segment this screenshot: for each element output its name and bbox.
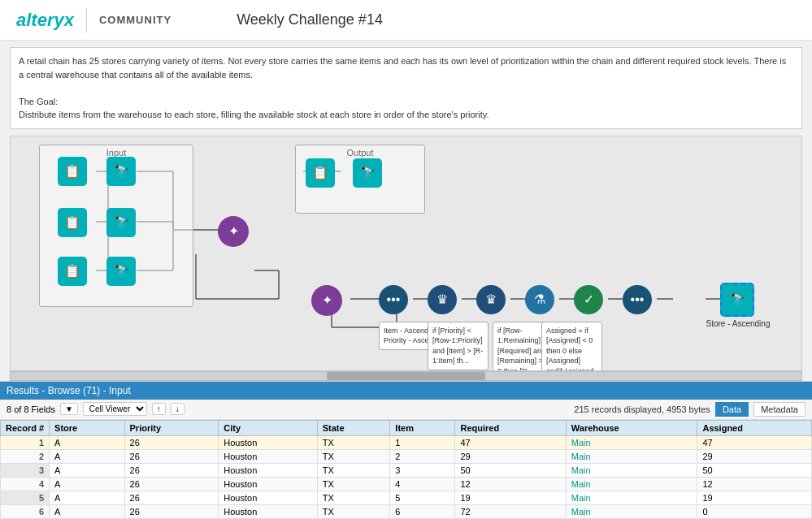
cell-r4-c1: A xyxy=(50,491,124,504)
cell-r4-c5: 5 xyxy=(390,491,455,504)
cell-r0-c3: Houston xyxy=(219,435,317,449)
table-row: 5A26HoustonTX519Main19 xyxy=(1,491,812,504)
browse-tool-1[interactable]: 🔭 xyxy=(106,157,136,186)
col-header-store: Store xyxy=(50,420,124,435)
cell-r1-c2: 26 xyxy=(124,449,219,463)
sort-icon: ••• xyxy=(379,285,408,314)
table-row: 1A26HoustonTX147Main47 xyxy=(1,435,812,449)
cell-r0-c2: 26 xyxy=(124,435,219,449)
scroll-thumb[interactable] xyxy=(327,372,485,380)
header-divider xyxy=(86,8,87,32)
app-header: alteryx COMMUNITY Weekly Challenge #14 xyxy=(0,0,812,41)
cell-r2-c0: 3 xyxy=(1,463,50,477)
challenge-title: Weekly Challenge #14 xyxy=(237,11,383,28)
cell-r5-c6: 72 xyxy=(455,504,566,518)
cell-r0-c5: 1 xyxy=(390,435,455,449)
col-header-assigned: Assigned xyxy=(697,420,812,435)
browse-final[interactable]: 🔭 xyxy=(720,283,754,317)
cell-r2-c3: Houston xyxy=(219,463,317,477)
results-table: Record #StorePriorityCityStateItemRequir… xyxy=(0,420,812,520)
sort-asc-btn[interactable]: ↑ xyxy=(152,403,166,415)
description-line1: A retail chain has 25 stores carrying va… xyxy=(19,54,793,81)
cell-r3-c0: 4 xyxy=(1,477,50,491)
cell-r4-c4: TX xyxy=(317,491,390,504)
cell-r3-c2: 26 xyxy=(124,477,219,491)
tooltip2-text: if [Priority] < [Row-1:Priority] and [It… xyxy=(432,326,484,366)
join-tool-1[interactable]: ✦ xyxy=(218,216,249,247)
dots-tool-2[interactable]: ••• xyxy=(623,285,652,314)
description-line3: Distribute items from the warehouse to e… xyxy=(19,108,793,122)
input-tool-1[interactable]: 📋 xyxy=(58,157,87,186)
crown-tool-1[interactable]: ♛ xyxy=(428,285,457,314)
col-header-record--: Record # xyxy=(1,420,50,435)
cell-r2-c1: A xyxy=(50,463,124,477)
browse-tool-3[interactable]: 🔭 xyxy=(106,257,136,286)
col-header-item: Item xyxy=(390,420,455,435)
results-title: Results - Browse (71) - Input xyxy=(7,385,131,396)
output-browse-icon: 🔭 xyxy=(353,158,382,188)
join-tool-2[interactable]: ✦ xyxy=(311,285,342,316)
tooltip4-text: Assigned = if [Assigned] < 0 then 0 else… xyxy=(546,326,597,371)
fields-dropdown[interactable]: ▼ xyxy=(60,403,78,415)
table-header: Record #StorePriorityCityStateItemRequir… xyxy=(1,420,812,435)
browse-tool-2[interactable]: 🔭 xyxy=(106,208,136,237)
table-row: 3A26HoustonTX350Main50 xyxy=(1,463,812,477)
cell-r1-c0: 2 xyxy=(1,449,50,463)
cell-r3-c7: Main xyxy=(566,477,697,491)
cell-r5-c0: 6 xyxy=(1,504,50,518)
cell-r3-c3: Houston xyxy=(219,477,317,491)
metadata-tab[interactable]: Metadata xyxy=(753,402,805,417)
workflow-canvas[interactable]: Input Output 📋 🔭 📋 🔭 📋 🔭 ✦ 📋 🔭 ✦ ••• xyxy=(10,136,802,371)
input-icon-2: 📋 xyxy=(58,208,87,237)
cell-r5-c7: Main xyxy=(566,504,697,518)
cell-r1-c8: 29 xyxy=(697,449,812,463)
cell-r2-c5: 3 xyxy=(390,463,455,477)
join-icon-1: ✦ xyxy=(218,216,249,247)
cell-r3-c6: 12 xyxy=(455,477,566,491)
table-row: 4A26HoustonTX412Main12 xyxy=(1,477,812,491)
col-header-warehouse: Warehouse xyxy=(566,420,697,435)
crown-tooltip-1: if [Priority] < [Row-1:Priority] and [It… xyxy=(428,322,489,370)
cell-r2-c6: 50 xyxy=(455,463,566,477)
cell-r1-c5: 2 xyxy=(390,449,455,463)
cell-r0-c0: 1 xyxy=(1,435,50,449)
table-row: 2A26HoustonTX229Main29 xyxy=(1,449,812,463)
crown-icon-1: ♛ xyxy=(428,285,457,314)
cell-r2-c2: 26 xyxy=(124,463,219,477)
viewer-select[interactable]: Cell Viewer xyxy=(83,402,147,416)
crown-icon-2: ♛ xyxy=(476,285,506,314)
table-body: 1A26HoustonTX147Main472A26HoustonTX229Ma… xyxy=(1,435,812,519)
cell-r0-c6: 47 xyxy=(455,435,566,449)
table-container[interactable]: Record #StorePriorityCityStateItemRequir… xyxy=(0,420,812,520)
input-icon-1: 📋 xyxy=(58,157,87,186)
cell-r0-c4: TX xyxy=(317,435,390,449)
records-info: 215 records displayed, 4953 bytes xyxy=(574,404,710,414)
results-panel: Results - Browse (71) - Input 8 of 8 Fie… xyxy=(0,381,812,520)
input-tool-2[interactable]: 📋 xyxy=(58,208,87,237)
browse-icon-2: 🔭 xyxy=(106,208,136,237)
browse-final-icon: 🔭 xyxy=(720,283,754,317)
horizontal-scrollbar[interactable] xyxy=(10,371,802,381)
sort-tool[interactable]: ••• xyxy=(379,285,408,314)
filter-tool[interactable]: ✓ xyxy=(574,285,603,314)
input-tool-3[interactable]: 📋 xyxy=(58,257,87,286)
fields-label: 8 of 8 Fields xyxy=(7,404,55,414)
cell-r4-c2: 26 xyxy=(124,491,219,504)
cell-r3-c4: TX xyxy=(317,477,390,491)
output-input-icon: 📋 xyxy=(306,158,335,188)
data-tab[interactable]: Data xyxy=(715,402,749,417)
col-header-priority: Priority xyxy=(124,420,219,435)
cell-r0-c1: A xyxy=(50,435,124,449)
cell-r1-c4: TX xyxy=(317,449,390,463)
cell-r5-c4: TX xyxy=(317,504,390,518)
crown-tool-2[interactable]: ♛ xyxy=(476,285,506,314)
cell-r1-c1: A xyxy=(50,449,124,463)
formula-tool[interactable]: ⚗ xyxy=(525,285,554,314)
cell-r1-c7: Main xyxy=(566,449,697,463)
cell-r1-c3: Houston xyxy=(219,449,317,463)
sort-desc-btn[interactable]: ↓ xyxy=(171,403,185,415)
cell-r0-c7: Main xyxy=(566,435,697,449)
cell-r5-c8: 0 xyxy=(697,504,812,518)
output-input-tool[interactable]: 📋 xyxy=(306,158,335,188)
output-browse-tool[interactable]: 🔭 xyxy=(353,158,382,188)
